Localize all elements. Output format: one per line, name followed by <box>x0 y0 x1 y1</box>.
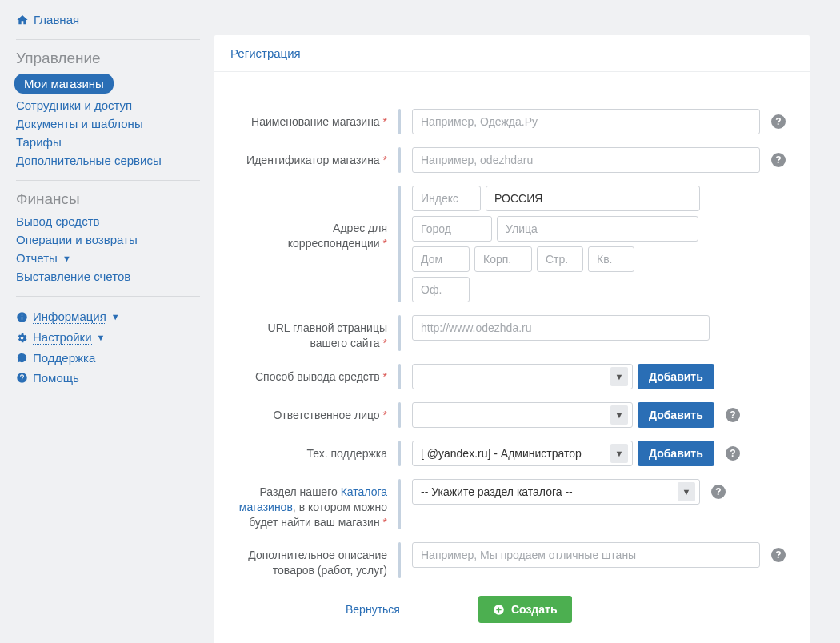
util-help-label: Помощь <box>33 371 79 385</box>
chat-icon <box>16 352 28 364</box>
field-bar <box>398 441 401 466</box>
home-icon <box>16 14 29 26</box>
nav-reports[interactable]: Отчеты ▼ <box>16 250 208 266</box>
nav-operations[interactable]: Операции и возвраты <box>16 231 208 248</box>
catalog-select[interactable]: -- Укажите раздел каталога -- <box>412 479 700 505</box>
util-info[interactable]: Информация ▼ <box>16 306 208 327</box>
url-input[interactable] <box>412 315 710 341</box>
support-add-button[interactable]: Добавить <box>638 441 714 466</box>
create-button[interactable]: Создать <box>478 596 572 623</box>
address-street-input[interactable] <box>497 216 698 242</box>
registration-panel: Регистрация Наименование магазина * ? Ид… <box>214 35 810 643</box>
nav-docs[interactable]: Документы и шаблоны <box>16 115 208 132</box>
label-description: Дополнительное описание товаров (работ, … <box>238 542 398 578</box>
label-shop-id: Идентификатор магазина * <box>238 147 398 168</box>
address-house-input[interactable] <box>412 246 470 272</box>
back-link[interactable]: Вернуться <box>346 603 400 616</box>
section-title-finance: Финансы <box>16 190 208 208</box>
help-icon[interactable]: ? <box>771 114 786 129</box>
label-withdraw: Способ вывода средств * <box>238 364 398 385</box>
nav-home[interactable]: Главная <box>16 11 208 28</box>
chevron-down-icon: ▼ <box>62 254 71 263</box>
help-icon[interactable]: ? <box>726 446 740 461</box>
withdraw-select[interactable] <box>412 364 633 389</box>
field-bar <box>398 147 401 173</box>
field-bar <box>398 315 401 351</box>
address-index-input[interactable] <box>412 186 481 211</box>
util-settings[interactable]: Настройки ▼ <box>16 327 208 348</box>
help-icon[interactable]: ? <box>771 153 786 167</box>
label-responsible: Ответственное лицо * <box>238 402 398 423</box>
section-title-management: Управление <box>16 50 208 67</box>
util-help[interactable]: Помощь <box>16 368 208 388</box>
label-support: Тех. поддержка <box>238 441 398 461</box>
nav-reports-label: Отчеты <box>16 251 58 265</box>
divider <box>16 180 200 181</box>
util-settings-label: Настройки <box>33 330 92 345</box>
label-catalog: Раздел нашего Каталога магазинов, в кото… <box>238 479 398 530</box>
nav-invoicing[interactable]: Выставление счетов <box>16 268 208 285</box>
address-office-input[interactable] <box>412 277 470 302</box>
field-bar <box>398 186 401 302</box>
withdraw-add-button[interactable]: Добавить <box>638 364 714 389</box>
info-icon <box>16 311 28 323</box>
gear-icon <box>16 332 28 344</box>
label-address: Адрес для корреспонденции * <box>238 186 398 251</box>
nav-home-label: Главная <box>34 13 79 26</box>
nav-my-shops[interactable]: Мои магазины <box>14 74 114 94</box>
address-str-input[interactable] <box>537 246 583 272</box>
nav-tariffs[interactable]: Тарифы <box>16 134 208 150</box>
support-select[interactable]: [ @yandex.ru] - Администратор <box>412 441 633 466</box>
nav-staff[interactable]: Сотрудники и доступ <box>16 97 208 114</box>
field-bar <box>398 479 401 530</box>
chevron-down-icon: ▼ <box>97 333 106 342</box>
address-country-input[interactable] <box>486 186 700 211</box>
chevron-down-icon: ▼ <box>111 312 120 322</box>
address-corp-input[interactable] <box>474 246 532 272</box>
help-icon[interactable]: ? <box>711 485 726 499</box>
field-bar <box>398 364 401 389</box>
label-url: URL главной страницы вашего сайта * <box>238 315 398 351</box>
address-apt-input[interactable] <box>588 246 634 272</box>
help-icon <box>16 372 28 384</box>
address-city-input[interactable] <box>412 216 492 242</box>
label-shop-name: Наименование магазина * <box>238 109 398 130</box>
help-icon[interactable]: ? <box>771 548 786 562</box>
nav-services[interactable]: Дополнительные сервисы <box>16 152 208 169</box>
shop-name-input[interactable] <box>412 109 760 134</box>
field-bar <box>398 542 401 578</box>
util-support[interactable]: Поддержка <box>16 348 208 368</box>
nav-withdraw[interactable]: Вывод средств <box>16 213 208 230</box>
panel-title: Регистрация <box>214 35 810 72</box>
responsible-select[interactable] <box>412 402 633 428</box>
help-icon[interactable]: ? <box>726 408 740 422</box>
divider <box>16 39 200 40</box>
field-bar <box>398 402 401 428</box>
field-bar <box>398 109 401 134</box>
divider <box>16 296 200 297</box>
description-input[interactable] <box>412 542 760 568</box>
create-label: Создать <box>511 603 558 616</box>
util-info-label: Информация <box>33 310 106 324</box>
shop-id-input[interactable] <box>412 147 760 173</box>
plus-circle-icon <box>493 604 505 616</box>
responsible-add-button[interactable]: Добавить <box>638 402 714 428</box>
util-support-label: Поддержка <box>33 351 95 365</box>
